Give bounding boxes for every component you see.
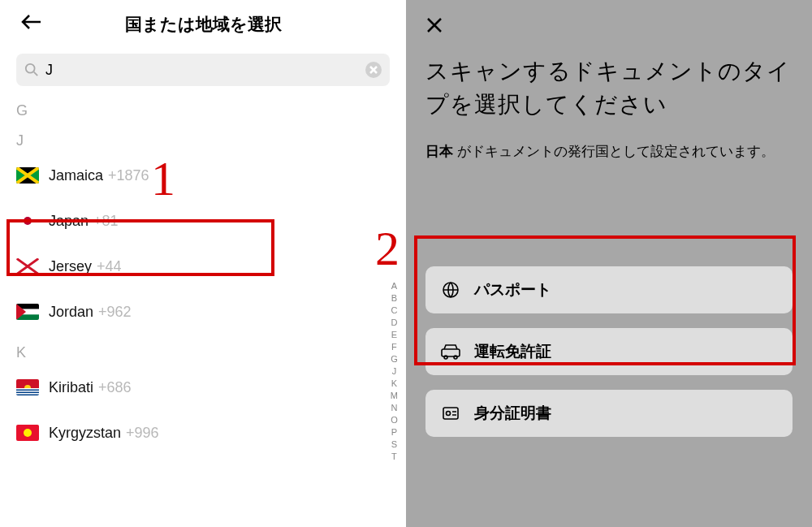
doc-option-car[interactable]: 運転免許証 [425,328,793,375]
alpha-F[interactable]: F [391,341,397,353]
search-input[interactable] [45,62,365,79]
country-row-kiribati[interactable]: Kiribati+686 [0,365,406,410]
country-row-jamaica[interactable]: Jamaica+1876 [0,153,406,198]
search-icon [24,63,39,77]
country-list: GJJamaica+1876Japan+81Jersey+44Jordan+96… [0,93,406,456]
flag-icon [16,379,39,395]
alpha-G[interactable]: G [391,353,398,365]
svg-rect-16 [16,391,39,392]
country-name: Kyrgyzstan [49,425,121,442]
doc-option-globe[interactable]: パスポート [425,266,793,313]
alpha-J[interactable]: J [392,365,397,378]
alpha-P[interactable]: P [391,426,397,438]
dial-code: +44 [97,258,122,275]
alpha-B[interactable]: B [391,292,397,305]
close-button[interactable] [425,16,443,37]
country-name: Japan [49,213,89,230]
alpha-S[interactable]: S [391,438,397,451]
left-header: 国または地域を選択 [0,10,406,39]
doc-label: 運転免許証 [474,341,551,362]
dial-code: +686 [98,379,132,396]
country-name: Jordan [49,304,93,321]
section-header: G [0,93,406,123]
doc-label: パスポート [474,279,551,300]
document-type-panel: スキャンするドキュメントのタイプを選択してください 日本 がドキュメントの発行国… [406,0,812,527]
idcard-icon [440,404,461,423]
svg-point-0 [26,64,35,73]
country-select-panel: 国または地域を選択 GJJamaica+1876Japan+81Jersey+4… [0,0,406,527]
alpha-K[interactable]: K [391,378,397,390]
dial-code: +996 [126,425,159,442]
country-name: Jersey [49,258,92,275]
clear-search-button[interactable] [365,62,382,78]
svg-rect-21 [442,349,460,356]
alpha-C[interactable]: C [391,305,397,317]
alpha-O[interactable]: O [391,414,398,426]
country-name: Kiribati [49,379,93,396]
section-header: K [0,335,406,365]
globe-icon [440,280,461,300]
section-header: J [0,123,406,153]
country-row-kyrgyzstan[interactable]: Kyrgyzstan+996 [0,410,406,456]
doc-panel-subtitle: 日本 がドキュメントの発行国として設定されています。 [425,140,793,164]
svg-point-19 [24,429,32,437]
country-row-jordan[interactable]: Jordan+962 [0,289,406,335]
svg-point-25 [447,412,451,416]
document-options: パスポート運転免許証身分証明書 [425,266,793,437]
country-row-japan[interactable]: Japan+81 [0,198,406,244]
country-name: Jamaica [49,167,103,184]
alpha-A[interactable]: A [391,280,397,292]
search-field[interactable] [16,54,390,86]
flag-icon [16,213,39,229]
flag-icon [16,304,39,320]
car-icon [440,343,461,361]
svg-point-23 [454,356,457,359]
dial-code: +1876 [108,167,149,184]
alpha-index[interactable]: ABCDEFGJKMNOPST [391,280,398,463]
alpha-N[interactable]: N [391,402,397,414]
alpha-M[interactable]: M [391,390,398,402]
country-row-jersey[interactable]: Jersey+44 [0,244,406,289]
dial-code: +962 [98,304,132,321]
page-title: 国または地域を選択 [0,10,406,39]
back-button[interactable] [21,13,42,34]
flag-icon [16,425,39,441]
flag-icon [16,258,39,274]
flag-icon [16,167,39,184]
doc-label: 身分証明書 [474,403,551,424]
alpha-D[interactable]: D [391,317,397,329]
doc-option-idcard[interactable]: 身分証明書 [425,390,793,437]
svg-point-6 [24,217,32,225]
alpha-T[interactable]: T [391,451,397,463]
svg-rect-17 [16,393,39,395]
doc-panel-title: スキャンするドキュメントのタイプを選択してください [425,55,793,121]
alpha-E[interactable]: E [391,329,397,341]
dial-code: +81 [93,213,119,230]
svg-point-22 [444,356,447,359]
svg-rect-15 [16,388,39,390]
